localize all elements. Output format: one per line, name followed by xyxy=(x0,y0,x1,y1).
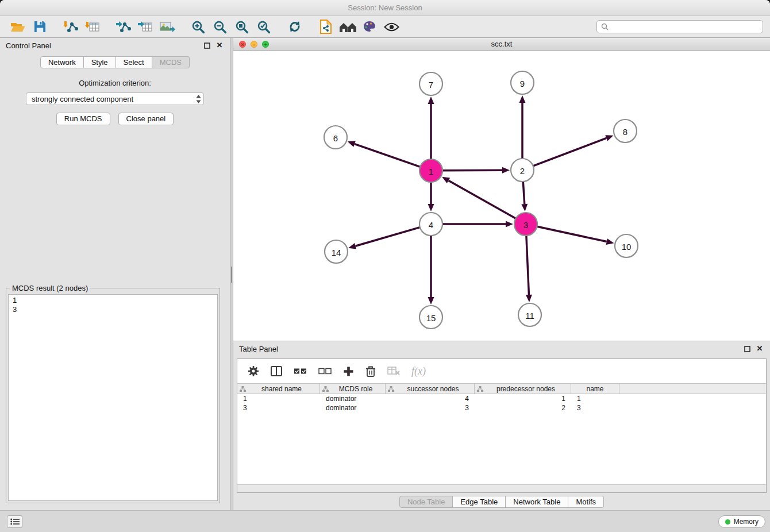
float-table-panel-icon[interactable] xyxy=(742,344,752,353)
graph-node-label: 11 xyxy=(525,311,534,321)
mcds-result-text[interactable]: 13 xyxy=(8,294,218,501)
close-table-panel-icon[interactable]: ✕ xyxy=(755,344,764,353)
import-table-button[interactable] xyxy=(82,18,103,36)
graph-node-11[interactable]: 11 xyxy=(518,303,541,326)
column-header-predecessor-nodes[interactable]: predecessor nodes xyxy=(475,384,571,394)
table-cell[interactable]: 1 xyxy=(237,394,320,403)
table-cell[interactable]: 3 xyxy=(571,403,619,413)
graph-node-15[interactable]: 15 xyxy=(419,306,442,329)
delete-table-button[interactable] xyxy=(387,367,400,376)
select-all-button[interactable] xyxy=(294,368,307,375)
new-table-button[interactable] xyxy=(134,18,156,36)
graph-edge-4-14[interactable] xyxy=(356,228,420,246)
graph-node-9[interactable]: 9 xyxy=(511,71,534,94)
table-cell[interactable]: dominator xyxy=(320,394,386,403)
table-cell[interactable]: 3 xyxy=(237,403,320,413)
column-header-successor-nodes[interactable]: successor nodes xyxy=(386,384,475,394)
table-row[interactable]: 3dominator323 xyxy=(237,403,766,413)
tab-select[interactable]: Select xyxy=(116,56,152,68)
home-button[interactable] xyxy=(337,18,359,36)
new-network-button[interactable] xyxy=(113,18,134,36)
delete-column-button[interactable] xyxy=(365,365,376,377)
deselect-all-button[interactable] xyxy=(318,368,332,375)
zoom-fit-button[interactable] xyxy=(231,18,253,36)
copy-style-button[interactable] xyxy=(315,18,337,36)
table-cell[interactable]: 4 xyxy=(386,394,475,403)
tab-edge-table[interactable]: Edge Table xyxy=(453,496,506,508)
table-horizontal-scrollbar[interactable] xyxy=(237,484,766,492)
graph-edge-2-3[interactable] xyxy=(523,182,524,204)
graph-node-10[interactable]: 10 xyxy=(615,234,638,257)
divider-handle[interactable] xyxy=(231,267,232,283)
graph-edge-2-8[interactable] xyxy=(533,138,607,165)
eye-icon xyxy=(384,22,399,32)
apply-style-button[interactable] xyxy=(359,18,380,36)
float-panel-icon[interactable] xyxy=(202,41,211,50)
zoom-in-button[interactable] xyxy=(187,18,209,36)
column-header-label: MCDS role xyxy=(329,385,383,393)
graph-node-3[interactable]: 3 xyxy=(514,213,537,236)
task-history-button[interactable] xyxy=(7,515,22,528)
function-builder-button[interactable]: f(x) xyxy=(411,365,426,377)
document-network-icon xyxy=(319,20,332,34)
criterion-dropdown[interactable]: strongly connected component xyxy=(26,92,204,105)
graph-node-label: 2 xyxy=(520,166,525,176)
tab-network[interactable]: Network xyxy=(40,56,84,68)
tab-network-table[interactable]: Network Table xyxy=(506,496,568,508)
graph-node-2[interactable]: 2 xyxy=(511,159,534,182)
graph-node-14[interactable]: 14 xyxy=(325,240,348,263)
zoom-out-button[interactable] xyxy=(209,18,231,36)
close-panel-button[interactable]: Close panel xyxy=(118,113,174,125)
table-cell[interactable]: 1 xyxy=(571,394,619,403)
search-box[interactable] xyxy=(596,20,763,33)
tab-motifs[interactable]: Motifs xyxy=(568,496,604,508)
open-file-button[interactable] xyxy=(7,18,29,36)
column-header-label: name xyxy=(573,385,617,393)
graph-node-1[interactable]: 1 xyxy=(419,159,442,182)
graph-edge-1-6[interactable] xyxy=(355,144,420,167)
close-window-icon[interactable]: ✕ xyxy=(239,41,246,48)
graph-node-6[interactable]: 6 xyxy=(324,126,347,149)
run-mcds-button[interactable]: Run MCDS xyxy=(56,113,110,125)
control-panel: Control Panel ✕ Network Style Select MCD… xyxy=(0,38,230,510)
refresh-button[interactable] xyxy=(284,18,306,36)
graph-node-7[interactable]: 7 xyxy=(419,72,442,95)
table-cell[interactable]: 3 xyxy=(386,403,475,413)
export-image-button[interactable] xyxy=(156,18,178,36)
search-input[interactable] xyxy=(611,23,759,31)
tab-style[interactable]: Style xyxy=(84,56,116,68)
close-panel-icon[interactable]: ✕ xyxy=(215,41,224,50)
import-table-icon xyxy=(85,21,100,33)
table-cell[interactable]: 1 xyxy=(475,394,571,403)
column-header-shared-name[interactable]: shared name xyxy=(237,384,320,394)
create-column-button[interactable] xyxy=(343,366,354,377)
graph-edge-1-2[interactable] xyxy=(442,170,502,171)
criterion-value: strongly connected component xyxy=(32,95,133,103)
tab-node-table[interactable]: Node Table xyxy=(399,496,453,508)
show-columns-button[interactable] xyxy=(271,366,282,376)
graph-node-label: 4 xyxy=(429,220,433,230)
column-header-name[interactable]: name xyxy=(571,384,619,394)
memory-button[interactable]: Memory xyxy=(718,515,765,528)
table-cell[interactable]: dominator xyxy=(320,403,386,413)
table-settings-button[interactable] xyxy=(248,365,259,377)
zoom-selected-button[interactable] xyxy=(253,18,275,36)
graph-node-4[interactable]: 4 xyxy=(419,213,442,236)
network-canvas[interactable]: 7968124314101511 xyxy=(233,51,770,341)
graph-edge-3-10[interactable] xyxy=(537,226,607,241)
control-panel-title: Control Panel xyxy=(6,41,51,50)
column-header-mcds-role[interactable]: MCDS role xyxy=(320,384,386,394)
import-network-button[interactable] xyxy=(60,18,82,36)
minimize-window-icon[interactable]: − xyxy=(251,41,257,48)
table-row[interactable]: 1dominator411 xyxy=(237,394,766,403)
graph-node-8[interactable]: 8 xyxy=(614,119,637,142)
import-network-icon xyxy=(63,21,79,33)
graph-edge-3-1[interactable] xyxy=(448,180,515,218)
table-cell[interactable]: 2 xyxy=(475,403,571,413)
show-hide-button[interactable] xyxy=(380,18,402,36)
zoom-window-icon[interactable]: + xyxy=(262,41,269,48)
tab-mcds[interactable]: MCDS xyxy=(152,56,190,68)
save-session-button[interactable] xyxy=(29,18,51,36)
graph-edge-3-11[interactable] xyxy=(526,236,529,295)
graph-node-label: 15 xyxy=(426,313,436,323)
